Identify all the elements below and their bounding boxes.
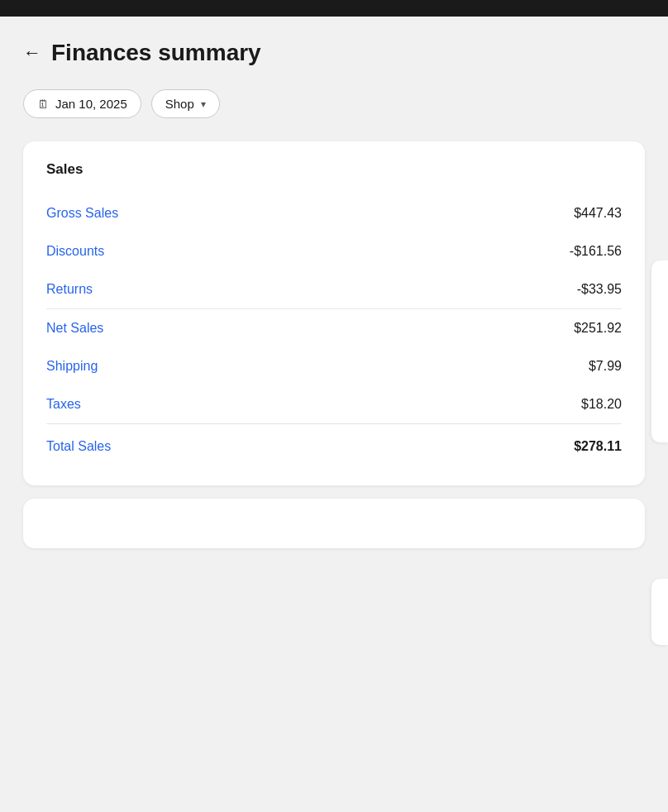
- net-sales-link[interactable]: Net Sales: [46, 321, 103, 336]
- list-item: Taxes $18.20: [46, 385, 622, 423]
- page-title: Finances summary: [51, 40, 261, 66]
- back-button[interactable]: ←: [23, 42, 41, 64]
- date-filter-label: Jan 10, 2025: [55, 97, 127, 111]
- list-item: Total Sales $278.11: [46, 427, 622, 466]
- total-sales-link[interactable]: Total Sales: [46, 439, 111, 454]
- taxes-link[interactable]: Taxes: [46, 397, 81, 412]
- divider-2: [46, 423, 622, 424]
- page-header: ← Finances summary: [23, 40, 645, 66]
- top-bar: [0, 0, 668, 17]
- list-item: Discounts -$161.56: [46, 232, 622, 270]
- gross-sales-value: $447.43: [574, 206, 622, 221]
- right-peek-card-2: [651, 579, 668, 645]
- gross-sales-link[interactable]: Gross Sales: [46, 206, 118, 221]
- filter-row: 🗓 Jan 10, 2025 Shop ▾: [23, 89, 645, 118]
- sales-card-title: Sales: [46, 161, 622, 178]
- shipping-link[interactable]: Shipping: [46, 359, 98, 374]
- list-item: Returns -$33.95: [46, 270, 622, 308]
- shop-filter-button[interactable]: Shop ▾: [151, 89, 220, 118]
- shipping-value: $7.99: [589, 359, 622, 374]
- right-peek-card-1: [651, 260, 668, 442]
- list-item: Shipping $7.99: [46, 347, 622, 385]
- list-item: Net Sales $251.92: [46, 309, 622, 347]
- returns-value: -$33.95: [577, 282, 622, 297]
- date-filter-button[interactable]: 🗓 Jan 10, 2025: [23, 89, 141, 118]
- chevron-down-icon: ▾: [201, 98, 206, 110]
- total-sales-value: $278.11: [574, 439, 622, 454]
- sales-card: Sales Gross Sales $447.43 Discounts -$16…: [23, 141, 645, 485]
- next-card-partial: [23, 499, 645, 548]
- shop-filter-label: Shop: [165, 97, 194, 111]
- taxes-value: $18.20: [581, 397, 622, 412]
- returns-link[interactable]: Returns: [46, 282, 93, 297]
- back-icon: ←: [23, 42, 41, 64]
- net-sales-value: $251.92: [574, 321, 622, 336]
- calendar-icon: 🗓: [37, 98, 49, 111]
- discounts-value: -$161.56: [570, 244, 622, 259]
- discounts-link[interactable]: Discounts: [46, 244, 104, 259]
- list-item: Gross Sales $447.43: [46, 194, 622, 232]
